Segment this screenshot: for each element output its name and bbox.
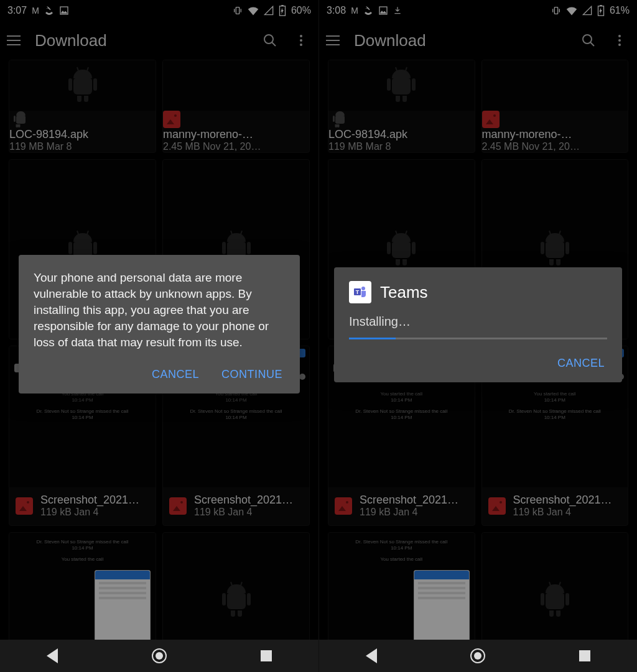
svg-point-21 (361, 287, 365, 290)
recents-button[interactable] (579, 650, 590, 661)
recents-button[interactable] (261, 650, 272, 661)
install-progress-dialog: T Teams Installing… CANCEL (334, 267, 622, 382)
continue-button[interactable]: CONTINUE (219, 364, 285, 385)
home-button[interactable] (470, 648, 485, 663)
install-warning-dialog: Your phone and personal data are more vu… (19, 255, 300, 394)
nav-bar (319, 640, 637, 672)
right-screenshot: 3:08 M 61% Download LOC-98194.apk119 MB … (318, 0, 637, 672)
dialog-body: Your phone and personal data are more vu… (34, 270, 285, 351)
cancel-button[interactable]: CANCEL (149, 364, 202, 385)
install-status: Installing… (349, 315, 607, 329)
back-button[interactable] (47, 648, 58, 663)
left-screenshot: 3:07 M 60% Download LOC-98194.apk119 MB … (0, 0, 318, 672)
teams-app-icon: T (349, 281, 371, 303)
nav-bar (0, 640, 318, 672)
home-button[interactable] (152, 648, 167, 663)
svg-text:T: T (356, 289, 360, 295)
progress-bar (349, 338, 607, 339)
app-name: Teams (380, 283, 428, 302)
back-button[interactable] (366, 648, 377, 663)
cancel-button[interactable]: CANCEL (555, 353, 607, 374)
